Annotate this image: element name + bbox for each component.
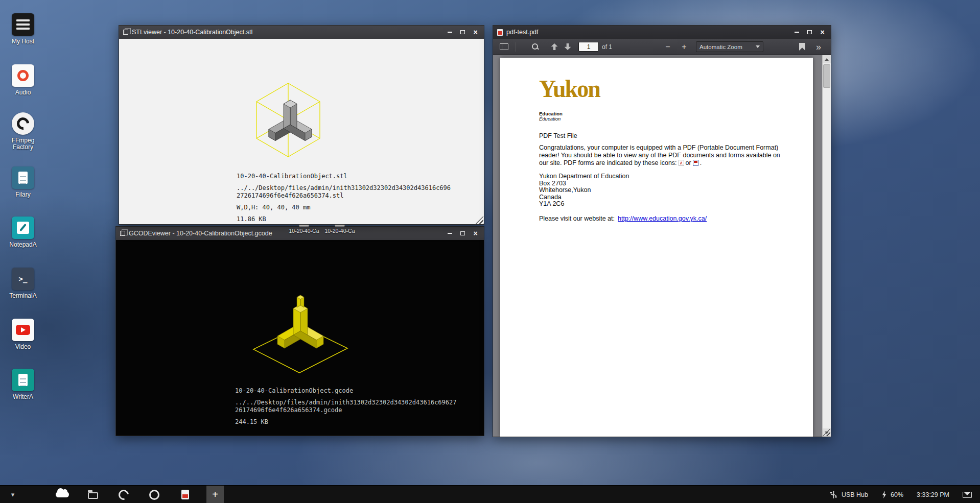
address-block: Yukon Department of Education Box 2703 W… [539,173,629,208]
page-number-input[interactable] [578,42,599,52]
zoom-in-button[interactable]: + [678,41,691,53]
stl-path-line1: ../../Desktop/files/admin/inith31302d323… [237,184,451,192]
stl-window-title: STLviewer - 10-20-40-CalibrationObject.s… [132,29,441,36]
previous-page-button[interactable] [548,41,561,53]
stl-app-icon [123,30,128,35]
mail-tray-item[interactable] [963,492,972,498]
gcode-file-info: 10-20-40-CalibrationObject.gcode ../../D… [235,387,456,426]
desktop-icon-label: Video [0,344,46,350]
minimize-button[interactable] [445,229,455,238]
scrollbar-thumb[interactable] [823,64,830,88]
gcode-window-title: GCODEviewer - 10-20-40-CalibrationObject… [129,230,441,237]
taskbar-pdf-button[interactable] [177,486,193,503]
search-button[interactable] [528,41,543,53]
pdf-viewer-window: pdf-test.pdf × of 1 − + Automatic Zoom »… [493,25,831,437]
zoom-level-value: Automatic Zoom [699,44,753,50]
close-button[interactable]: × [470,229,481,238]
document-heading: PDF Test File [539,132,577,139]
usb-icon [829,491,838,499]
scrollbar[interactable] [822,55,831,437]
stl-path-line2: 2726174696f6e4f626a656374.stl [237,192,451,200]
taskbar-files-button[interactable] [84,486,102,503]
desktop-icon-filary[interactable]: Filary [0,166,46,198]
pdf-content-area: Yukon Education Éducation PDF Test File … [493,55,831,437]
sidebar-icon [500,43,508,50]
desktop-icon-my-host[interactable]: My Host [0,13,46,45]
battery-tray-item[interactable]: 60% [881,491,903,498]
minimize-button[interactable] [791,28,802,37]
desktop-icon-ffmpeg-factory[interactable]: FFmpeg Factory [0,112,46,151]
file-label: 10-20-40-Ca [286,228,322,234]
gcode-3d-render [239,270,362,392]
maximize-button[interactable] [457,229,468,238]
desktop-icon-label: TerminalA [0,293,46,299]
bookmark-button[interactable] [795,41,809,53]
usb-hub-tray-item[interactable]: USB Hub [829,491,868,499]
address-line: Box 2703 [539,180,629,187]
paragraph-line: reader! You should be able to view any o… [539,152,780,159]
gcode-path-line2: 26174696f6e4f626a656374.gcode [235,406,456,414]
toolbar-overflow-button[interactable]: » [811,41,826,53]
maximize-button[interactable] [804,28,815,37]
paragraph-line: Congratulations, your computer is equipp… [539,144,780,152]
arrow-down-icon [565,43,571,50]
desktop-icon-audio[interactable]: Audio [0,64,46,96]
zoom-level-dropdown[interactable]: Automatic Zoom [696,41,763,52]
next-page-button[interactable] [561,41,574,53]
system-tray: USB Hub 60% 3:33:29 PM [829,486,972,503]
pdf-app-icon [497,29,503,36]
clock-tray-item[interactable]: 3:33:29 PM [917,491,949,498]
taskbar-app-button-1[interactable] [115,486,132,503]
yukon-logo: Yukon [539,77,600,101]
website-label: Please visit our website at: [539,215,615,222]
sidebar-toggle-button[interactable] [496,41,511,53]
gcode-3d-viewport[interactable]: 10-20-40-CalibrationObject.gcode ../../D… [116,240,484,436]
stl-viewer-window: STLviewer - 10-20-40-CalibrationObject.s… [119,25,484,225]
stl-3d-viewport[interactable]: 10-20-40-CalibrationObject.stl ../../Des… [119,39,484,224]
page-count-label: of 1 [602,43,612,51]
stl-filesize: 11.86 KB [237,215,451,223]
terminal-icon: >_ [12,268,34,290]
scroll-up-button[interactable] [823,55,831,63]
taskbar-expand-caret[interactable]: ▾ [6,486,19,503]
taskbar-app-button-2[interactable] [146,486,162,503]
writer-icon [12,369,34,391]
desktop-icon-video[interactable]: Video [0,319,46,350]
pdf-document-icon [181,490,189,499]
bookmark-icon [799,43,805,51]
file-label: 10-20-40-Ca [322,228,358,234]
minimize-button[interactable] [445,28,455,37]
gcode-path-line1: ../../Desktop/files/admin/inith31302d323… [235,399,456,406]
maximize-button[interactable] [457,28,468,37]
close-button[interactable]: × [470,28,481,37]
toolbar-separator [516,42,516,52]
taskbar-cloud-button[interactable] [51,486,74,503]
desktop-icon-label: NotepadA [0,242,46,248]
stl-window-titlebar[interactable]: STLviewer - 10-20-40-CalibrationObject.s… [119,26,484,39]
taskbar-add-button[interactable]: + [206,486,224,503]
close-button[interactable]: × [817,28,828,37]
desktop-icon-label: Audio [0,89,46,96]
battery-percentage: 60% [891,491,903,498]
desktop-icon-label: Filary [0,191,46,198]
acrobat-pdf-icon [679,160,684,166]
file-manager-icon [12,166,34,189]
stl-dimensions: W,D,H: 40, 40, 40 mm [237,204,451,211]
gcode-filename: 10-20-40-CalibrationObject.gcode [235,387,456,395]
pdf-page: Yukon Education Éducation PDF Test File … [500,58,813,437]
desktop-icon-terminala[interactable]: >_ TerminalA [0,268,46,299]
charging-bolt-icon [881,491,887,498]
paragraph-line: our site. PDF forms are indicated by the… [539,159,780,167]
chevron-down-icon [756,45,760,48]
zoom-out-button[interactable]: − [661,41,674,53]
arrow-up-icon [551,43,558,50]
resize-grip[interactable] [476,216,483,224]
website-link[interactable]: http://www.education.gov.yk.ca/ [618,215,707,222]
pdf-window-titlebar[interactable]: pdf-test.pdf × [493,26,831,39]
document-paragraph: Congratulations, your computer is equipp… [539,144,780,167]
address-line: Yukon Department of Education [539,173,629,180]
desktop-icon-notepada[interactable]: NotepadA [0,217,46,248]
logo-education-fr-label: Éducation [539,116,561,122]
search-icon [532,43,539,51]
desktop-icon-writera[interactable]: WriterA [0,369,46,400]
